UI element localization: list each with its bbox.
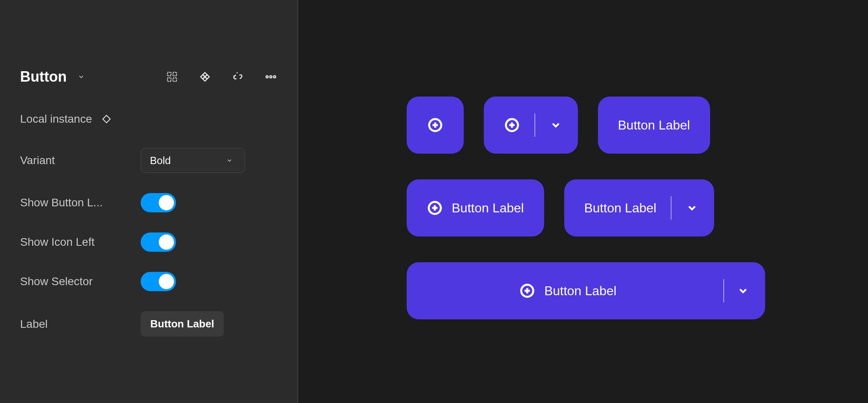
show-icon-left-text: Show Icon Left: [20, 236, 141, 249]
button-label-text: Button Label: [452, 201, 524, 216]
preview-button-label-selector[interactable]: Button Label: [564, 179, 714, 236]
label-row: Label Button Label: [20, 311, 277, 337]
go-to-main-icon[interactable]: [199, 70, 211, 83]
chevron-down-icon: [686, 202, 698, 214]
preview-button-icon-only[interactable]: [407, 97, 464, 154]
preview-button-label[interactable]: Button Label: [598, 97, 710, 154]
panel-header: Button: [20, 68, 277, 85]
label-input-value: Button Label: [150, 318, 214, 330]
local-instance-label: Local instance: [20, 113, 92, 125]
button-row-1: Button Label: [407, 97, 868, 154]
button-row-2: Button Label Button Label: [407, 179, 868, 236]
label-input[interactable]: Button Label: [141, 311, 224, 337]
plus-circle-icon: [427, 117, 443, 133]
preview-button-icon-label[interactable]: Button Label: [407, 179, 544, 236]
preview-button-full[interactable]: Button Label: [407, 262, 765, 319]
panel-actions: [166, 70, 277, 83]
show-selector-row: Show Selector: [20, 272, 277, 291]
svg-point-8: [274, 76, 276, 78]
more-options-icon[interactable]: [264, 70, 277, 83]
button-row-3: Button Label: [407, 262, 868, 319]
panel-title-group[interactable]: Button: [20, 68, 88, 85]
button-label-text: Button Label: [544, 284, 616, 298]
plus-circle-icon: [504, 117, 520, 133]
button-label-text: Button Label: [584, 201, 657, 216]
properties-panel: Button Local instance Variant: [0, 0, 298, 403]
canvas[interactable]: Button Label Button Label Button Label: [298, 0, 868, 403]
show-selector-text: Show Selector: [20, 275, 141, 288]
svg-rect-0: [168, 72, 171, 76]
detach-instance-icon[interactable]: [231, 70, 244, 83]
component-name: Button: [20, 68, 67, 85]
chevron-down-icon: [550, 119, 562, 131]
variant-value: Bold: [150, 154, 171, 167]
button-content-group: Button Label: [519, 283, 616, 299]
chevron-down-icon[interactable]: [75, 70, 88, 83]
svg-rect-9: [103, 115, 110, 123]
local-instance-row: Local instance: [20, 113, 277, 125]
svg-rect-1: [173, 72, 177, 76]
svg-point-6: [266, 76, 268, 78]
plus-circle-icon: [427, 200, 443, 216]
button-selector-group: [718, 279, 749, 302]
show-icon-left-row: Show Icon Left: [20, 232, 277, 252]
svg-point-7: [270, 76, 272, 78]
variants-grid-icon[interactable]: [166, 70, 178, 83]
variant-label: Variant: [20, 154, 141, 167]
chevron-down-icon: [737, 285, 749, 297]
plus-circle-icon: [519, 283, 535, 299]
variant-row: Variant Bold: [20, 148, 277, 173]
svg-line-5: [233, 76, 235, 76]
show-button-label-row: Show Button L...: [20, 193, 277, 212]
label-field-label: Label: [20, 318, 141, 331]
button-label-text: Button Label: [618, 118, 690, 133]
svg-rect-3: [173, 78, 177, 82]
variant-select[interactable]: Bold: [141, 148, 245, 173]
show-selector-toggle[interactable]: [141, 272, 176, 291]
button-divider: [534, 113, 535, 137]
chevron-down-icon: [223, 154, 236, 167]
button-divider: [671, 196, 671, 220]
svg-line-4: [237, 72, 237, 74]
show-button-label-toggle[interactable]: [141, 193, 176, 212]
show-icon-left-toggle[interactable]: [141, 232, 176, 252]
button-divider: [723, 279, 724, 302]
show-button-label-text: Show Button L...: [20, 196, 141, 209]
preview-button-icon-selector[interactable]: [484, 97, 578, 154]
instance-diamond-icon[interactable]: [100, 113, 113, 125]
svg-rect-2: [168, 78, 171, 82]
